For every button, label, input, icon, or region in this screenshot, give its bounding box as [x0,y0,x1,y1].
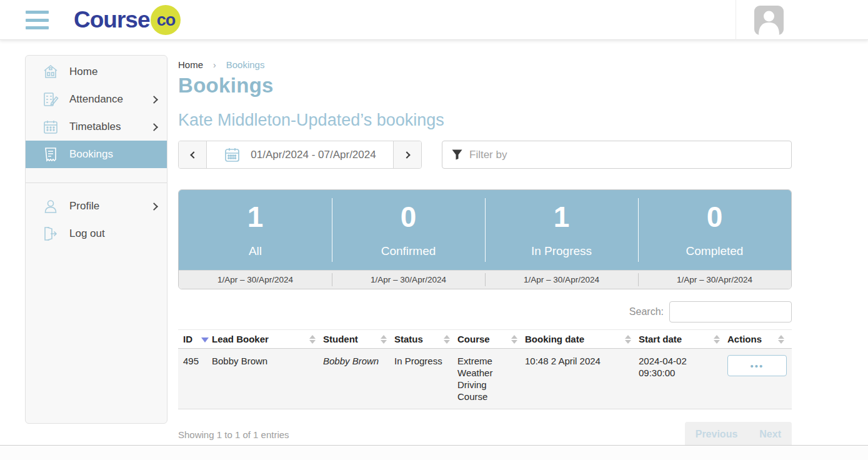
breadcrumb-home-link[interactable]: Home [178,59,203,70]
next-page-button[interactable]: Next [759,429,781,440]
header-divider [736,0,736,40]
column-header-start-date[interactable]: Start date [639,330,727,349]
column-header-id[interactable]: ID [178,330,212,349]
user-avatar-icon[interactable] [754,6,784,35]
search-label: Search: [629,306,664,318]
table-header-row: ID Lead Booker Student Status Course [178,330,792,349]
row-actions-button[interactable]: ••• [727,355,787,376]
controls-row: 01/Apr/2024 - 07/Apr/2024 [178,141,792,169]
sort-icon [625,335,631,344]
breadcrumb-separator: › [213,60,216,70]
stat-value: 1 [247,202,264,231]
sort-icon [309,335,316,344]
bookings-icon [42,146,59,162]
stat-range: 1/Apr – 30/Apr/2024 [179,271,332,289]
stat-completed[interactable]: 0 Completed [638,190,791,270]
top-header: Course co [0,0,868,40]
column-header-student[interactable]: Student [323,330,394,349]
stat-label: Confirmed [381,244,436,258]
sidebar-divider [26,182,167,183]
date-range-text: 01/Apr/2024 - 07/Apr/2024 [251,149,376,161]
next-week-button[interactable] [393,141,421,168]
stats-counts: 1 All 0 Confirmed 1 In Progress 0 Comple… [179,190,791,270]
sidebar-item-label: Profile [69,200,99,212]
stat-label: All [249,244,262,258]
sidebar-item-home[interactable]: Home [26,58,167,86]
column-header-course[interactable]: Course [457,330,525,349]
stat-value: 1 [554,202,570,231]
breadcrumb: Home › Bookings [178,59,792,70]
pagination: Previous Next [685,422,792,447]
sidebar-item-label: Bookings [69,148,113,161]
sidebar-item-label: Attendance [69,93,123,106]
cell-course: Extreme Weather Driving Course [457,349,525,409]
sidebar-item-label: Home [69,66,97,78]
table-footer: Showing 1 to 1 of 1 entries Previous Nex… [178,422,792,447]
date-range-display[interactable]: 01/Apr/2024 - 07/Apr/2024 [207,141,393,168]
profile-icon [42,198,59,214]
logout-icon [42,226,59,242]
stat-value: 0 [707,202,723,231]
filter-input[interactable] [469,149,782,161]
stat-label: In Progress [531,244,592,258]
chevron-right-icon [403,151,410,158]
sort-icon [778,335,784,344]
sidebar-item-logout[interactable]: Log out [26,220,167,248]
sidebar-item-label: Timetables [69,121,121,133]
column-header-status[interactable]: Status [394,330,457,349]
chevron-left-icon [190,151,197,158]
app-root: Course co Home Attendance Timetables [0,0,868,460]
stat-label: Completed [686,244,744,258]
column-header-booking-date[interactable]: Booking date [525,330,639,349]
home-icon [42,64,59,80]
table-row: 495 Bobby Brown Bobby Brown In Progress … [178,349,792,409]
timetables-icon [42,119,59,135]
page-title: Bookings [178,74,792,98]
chevron-right-icon [150,123,158,131]
sort-icon [381,335,387,344]
attendance-icon [42,91,59,108]
previous-page-button[interactable]: Previous [696,429,738,440]
filter-funnel-icon [452,149,462,160]
page-footer [0,445,868,460]
date-range-picker: 01/Apr/2024 - 07/Apr/2024 [178,141,422,169]
column-header-actions[interactable]: Actions [727,330,792,349]
page-subtitle: Kate Middleton-Updated’s bookings [178,111,792,130]
logo-badge: co [151,5,181,35]
stat-in-progress[interactable]: 1 In Progress [485,190,638,270]
stat-range: 1/Apr – 30/Apr/2024 [485,271,638,289]
chevron-right-icon [150,202,158,211]
sort-desc-icon [201,338,209,342]
sort-icon [714,335,720,344]
courseco-logo[interactable]: Course co [74,5,181,35]
cell-status: In Progress [394,349,457,409]
stat-all[interactable]: 1 All [179,190,332,270]
cell-start-date: 2024-04-02 09:30:00 [639,349,727,409]
sidebar: Home Attendance Timetables Bookings [25,55,167,424]
stat-confirmed[interactable]: 0 Confirmed [332,190,485,270]
sidebar-item-timetables[interactable]: Timetables [26,113,167,141]
table-search-row: Search: [178,301,792,322]
sort-icon [511,335,517,344]
sidebar-item-profile[interactable]: Profile [26,192,167,220]
booking-stats-panel: 1 All 0 Confirmed 1 In Progress 0 Comple… [178,189,792,289]
prev-week-button[interactable] [179,141,207,168]
cell-booking-date: 10:48 2 April 2024 [525,349,639,409]
search-input[interactable] [669,301,792,322]
breadcrumb-current-link[interactable]: Bookings [226,59,265,70]
stats-date-ranges: 1/Apr – 30/Apr/2024 1/Apr – 30/Apr/2024 … [179,270,791,289]
main-content: Home › Bookings Bookings Kate Middleton-… [178,55,792,447]
sort-icon [444,335,450,344]
cell-lead-booker: Bobby Brown [212,349,323,409]
bookings-table: ID Lead Booker Student Status Course [178,329,792,409]
sidebar-item-attendance[interactable]: Attendance [26,86,167,113]
logo-text: Course [74,7,149,33]
calendar-icon [224,146,241,163]
cell-student: Bobby Brown [323,349,394,409]
sidebar-item-bookings[interactable]: Bookings [26,141,167,168]
hamburger-menu-icon[interactable] [26,11,49,29]
chevron-right-icon [150,96,158,104]
column-header-lead-booker[interactable]: Lead Booker [212,330,323,349]
stat-range: 1/Apr – 30/Apr/2024 [638,271,791,289]
cell-actions: ••• [727,349,792,409]
